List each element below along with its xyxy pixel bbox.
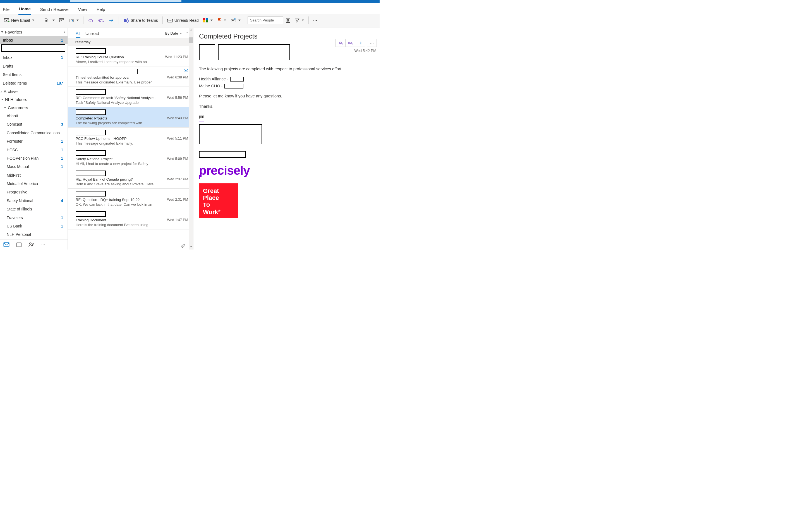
message-item[interactable]: Completed ProjectsWed 5:43 PMThe followi… <box>68 107 193 128</box>
filter-icon <box>295 18 299 22</box>
send-receive-button[interactable] <box>228 17 243 24</box>
svg-rect-3 <box>59 18 64 19</box>
customer-folder[interactable]: Safety National4 <box>0 196 67 205</box>
customer-folder[interactable]: Mutual of America <box>0 179 67 188</box>
customer-folder[interactable]: Travelers1 <box>0 213 67 222</box>
folder-inbox[interactable]: Inbox 1 <box>0 53 67 62</box>
reading-pane: Completed Projects ⋯ Wed 5:42 PM The fol… <box>193 28 379 249</box>
customer-folder[interactable]: Consolidated Communications <box>0 129 67 137</box>
address-book-icon <box>286 18 291 23</box>
message-time: Wed 1:47 PM <box>167 218 188 222</box>
message-time: Wed 6:38 PM <box>167 75 188 80</box>
message-item[interactable]: Training DocumentWed 1:47 PMHere is the … <box>68 209 193 229</box>
message-item[interactable]: RE: Royal Bank of Canada pricing?Wed 2:3… <box>68 168 193 189</box>
filter-unread[interactable]: Unread <box>85 31 99 36</box>
message-item[interactable]: Timesheet submitted for approvalWed 6:38… <box>68 66 193 87</box>
sort-by-date[interactable]: By Date <box>165 31 182 35</box>
delete-button[interactable] <box>41 17 51 24</box>
trash-icon <box>44 18 49 23</box>
reply-all-button[interactable] <box>96 17 106 24</box>
customers-header[interactable]: Customers <box>0 103 67 112</box>
archive-header[interactable]: › Archive <box>0 87 67 95</box>
customer-folder[interactable]: HCSC1 <box>0 146 67 154</box>
flag-button[interactable] <box>215 17 228 24</box>
collapse-folder-pane-button[interactable]: ‹ <box>64 30 65 34</box>
folder-deleted-items[interactable]: Deleted Items 187 <box>0 79 67 87</box>
chevron-down-icon <box>32 19 34 21</box>
archive-button[interactable] <box>56 17 66 24</box>
categorize-button[interactable] <box>201 17 215 24</box>
account-name-redacted[interactable] <box>1 44 65 52</box>
customer-folder[interactable]: Abbott <box>0 112 67 120</box>
message-item[interactable]: PCC Follow Up Items - HOOPPWed 5:11 PM T… <box>68 128 193 148</box>
svg-rect-14 <box>231 19 235 22</box>
nlh-folders-header[interactable]: NLH folders <box>0 95 67 103</box>
folder-count: 1 <box>61 155 63 161</box>
svg-rect-11 <box>206 18 208 20</box>
customer-folder[interactable]: HOOPension Plan1 <box>0 154 67 162</box>
tab-file[interactable]: File <box>2 5 10 15</box>
move-button[interactable] <box>66 17 81 24</box>
customer-folder[interactable]: US Bank1 <box>0 222 67 230</box>
customer-folder[interactable]: State of Illinois <box>0 205 67 213</box>
tab-view[interactable]: View <box>78 5 88 15</box>
customer-folder[interactable]: NLH Personal <box>0 230 67 239</box>
favorites-header[interactable]: Favorites <box>0 28 67 36</box>
chevron-down-icon[interactable] <box>52 19 55 21</box>
more-nav-icon[interactable]: ⋯ <box>41 243 46 247</box>
reply-all-button[interactable] <box>345 39 355 47</box>
favorites-inbox[interactable]: Inbox 1 <box>0 36 67 44</box>
customer-folder[interactable]: Comcast3 <box>0 120 67 128</box>
body-intro: The following projects are completed wit… <box>199 66 374 72</box>
global-search-box[interactable]: ⮐ Search <box>70 0 181 2</box>
message-item[interactable]: Safety National ProjectWed 5:09 PMHi All… <box>68 148 193 168</box>
signature-contact-redacted <box>199 124 262 144</box>
message-time: Wed 2:31 PM <box>167 198 188 202</box>
message-subject: RE: Royal Bank of Canada pricing? <box>76 177 133 181</box>
filter-button[interactable] <box>293 17 306 24</box>
scroll-up-arrow-icon[interactable]: ▴ <box>189 28 193 32</box>
forward-button[interactable] <box>106 17 116 24</box>
folder-sent-items[interactable]: Sent Items <box>0 70 67 79</box>
reply-button[interactable] <box>86 17 96 24</box>
tab-help[interactable]: Help <box>96 5 106 15</box>
reply-button[interactable] <box>336 39 345 47</box>
message-item[interactable]: RE: Question - DQ+ training Sept 19-22We… <box>68 189 193 209</box>
new-email-button[interactable]: New Email <box>2 17 36 24</box>
svg-rect-9 <box>167 19 173 22</box>
scroll-down-arrow-icon[interactable]: ▾ <box>189 245 193 249</box>
scroll-thumb[interactable] <box>189 37 193 43</box>
folder-name: Inbox <box>3 37 13 43</box>
chevron-down-icon <box>210 19 213 21</box>
unread-mail-icon <box>184 69 188 72</box>
tab-home[interactable]: Home <box>18 5 31 15</box>
message-preview: This message originated Externally. <box>76 141 188 145</box>
message-item[interactable]: RE: Comments on task "Safety National An… <box>68 87 193 107</box>
more-actions-button[interactable]: ⋯ <box>367 39 377 47</box>
customer-folder[interactable]: Mass Mutual1 <box>0 162 67 171</box>
unread-read-label: Unread/ Read <box>175 18 199 22</box>
forward-button[interactable] <box>355 39 365 47</box>
customer-folder[interactable]: MidFirst <box>0 171 67 179</box>
people-nav-icon[interactable] <box>29 242 35 247</box>
sender-redacted <box>76 171 106 176</box>
message-list-scrollbar[interactable]: ▴ ▾ <box>189 28 193 249</box>
unread-read-button[interactable]: Unread/ Read <box>165 17 201 24</box>
folder-drafts[interactable]: Drafts <box>0 62 67 70</box>
more-commands-button[interactable]: ⋯ <box>311 17 320 24</box>
tab-send-receive[interactable]: Send / Receive <box>39 5 69 15</box>
group-header-yesterday[interactable]: Yesterday <box>68 38 193 46</box>
customer-folder[interactable]: Progressive <box>0 188 67 196</box>
share-to-teams-button[interactable]: T Share to Teams <box>121 17 160 24</box>
search-people-input[interactable] <box>247 16 283 24</box>
calendar-nav-icon[interactable] <box>16 242 22 247</box>
mail-nav-icon[interactable] <box>3 242 10 247</box>
sort-direction-toggle[interactable]: ↑ <box>186 31 188 36</box>
folder-count: 4 <box>61 198 63 204</box>
message-item[interactable]: RE: Training Course QuestionWed 11:23 PM… <box>68 46 193 66</box>
folder-name: Deleted Items <box>3 80 27 86</box>
address-book-button[interactable] <box>283 17 293 24</box>
customer-folder[interactable]: Forrester1 <box>0 137 67 145</box>
message-time: Wed 5:43 PM <box>167 116 188 120</box>
filter-all[interactable]: All <box>76 31 80 38</box>
